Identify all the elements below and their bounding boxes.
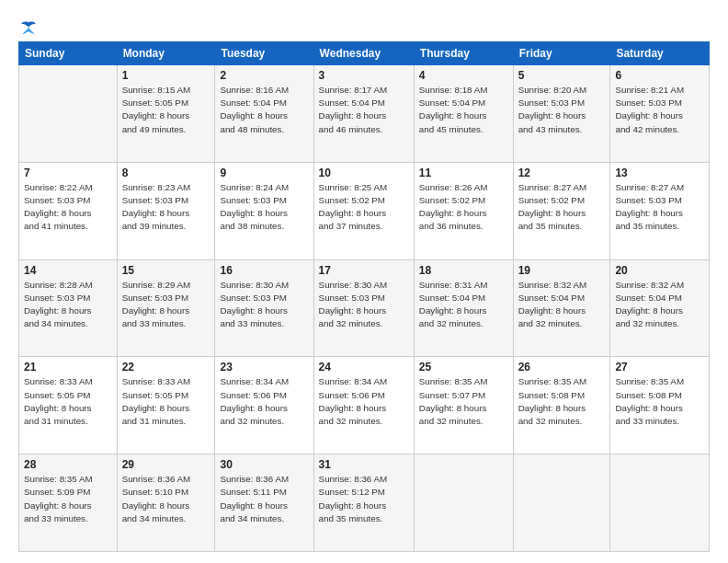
day-number: 10 (319, 167, 409, 179)
calendar-cell: 19Sunrise: 8:32 AM Sunset: 5:04 PM Dayli… (513, 259, 610, 357)
calendar-cell: 9Sunrise: 8:24 AM Sunset: 5:03 PM Daylig… (215, 162, 313, 259)
calendar-cell: 13Sunrise: 8:27 AM Sunset: 5:03 PM Dayli… (610, 162, 710, 259)
calendar-week-2: 7Sunrise: 8:22 AM Sunset: 5:03 PM Daylig… (19, 162, 710, 259)
calendar-cell: 28Sunrise: 8:35 AM Sunset: 5:09 PM Dayli… (19, 454, 118, 552)
day-number: 14 (24, 264, 112, 277)
calendar-body: 1Sunrise: 8:15 AM Sunset: 5:05 PM Daylig… (19, 65, 710, 552)
calendar-cell: 18Sunrise: 8:31 AM Sunset: 5:04 PM Dayli… (414, 259, 513, 357)
day-number: 25 (419, 361, 508, 373)
day-info: Sunrise: 8:18 AM Sunset: 5:04 PM Dayligh… (419, 84, 508, 136)
calendar-cell: 23Sunrise: 8:34 AM Sunset: 5:06 PM Dayli… (215, 357, 313, 454)
day-info: Sunrise: 8:36 AM Sunset: 5:10 PM Dayligh… (122, 473, 210, 525)
day-info: Sunrise: 8:35 AM Sunset: 5:08 PM Dayligh… (518, 375, 606, 428)
calendar-cell: 8Sunrise: 8:23 AM Sunset: 5:03 PM Daylig… (117, 162, 215, 259)
calendar-cell: 31Sunrise: 8:36 AM Sunset: 5:12 PM Dayli… (313, 454, 414, 552)
calendar-week-4: 21Sunrise: 8:33 AM Sunset: 5:05 PM Dayli… (19, 357, 710, 454)
calendar-cell: 10Sunrise: 8:25 AM Sunset: 5:02 PM Dayli… (313, 162, 414, 259)
day-number: 5 (518, 69, 606, 82)
calendar-cell: 26Sunrise: 8:35 AM Sunset: 5:08 PM Dayli… (513, 357, 610, 454)
weekday-header-monday: Monday (117, 42, 215, 65)
day-info: Sunrise: 8:23 AM Sunset: 5:03 PM Dayligh… (122, 181, 210, 234)
day-info: Sunrise: 8:15 AM Sunset: 5:05 PM Dayligh… (122, 84, 210, 136)
calendar-cell: 11Sunrise: 8:26 AM Sunset: 5:02 PM Dayli… (414, 162, 513, 259)
day-info: Sunrise: 8:34 AM Sunset: 5:06 PM Dayligh… (319, 375, 409, 428)
day-number: 9 (220, 167, 308, 179)
day-number: 31 (319, 458, 409, 471)
day-number: 4 (419, 69, 508, 82)
calendar-cell: 1Sunrise: 8:15 AM Sunset: 5:05 PM Daylig… (117, 65, 215, 163)
day-number: 30 (220, 458, 308, 471)
day-info: Sunrise: 8:21 AM Sunset: 5:03 PM Dayligh… (615, 84, 704, 136)
weekday-header-thursday: Thursday (414, 42, 513, 65)
day-info: Sunrise: 8:24 AM Sunset: 5:03 PM Dayligh… (220, 181, 308, 234)
day-number: 11 (419, 167, 508, 179)
day-info: Sunrise: 8:20 AM Sunset: 5:03 PM Dayligh… (518, 84, 606, 136)
calendar-cell: 21Sunrise: 8:33 AM Sunset: 5:05 PM Dayli… (19, 357, 118, 454)
calendar-cell (19, 65, 118, 163)
calendar-cell: 22Sunrise: 8:33 AM Sunset: 5:05 PM Dayli… (117, 357, 215, 454)
weekday-header-row: SundayMondayTuesdayWednesdayThursdayFrid… (19, 42, 710, 65)
calendar-cell (414, 454, 513, 552)
calendar-cell: 3Sunrise: 8:17 AM Sunset: 5:04 PM Daylig… (313, 65, 414, 163)
day-info: Sunrise: 8:25 AM Sunset: 5:02 PM Dayligh… (319, 181, 409, 234)
logo-bird-icon (19, 21, 38, 36)
day-number: 12 (518, 167, 606, 179)
calendar-table: SundayMondayTuesdayWednesdayThursdayFrid… (18, 41, 710, 552)
day-info: Sunrise: 8:36 AM Sunset: 5:12 PM Dayligh… (319, 473, 409, 525)
calendar-cell: 16Sunrise: 8:30 AM Sunset: 5:03 PM Dayli… (215, 259, 313, 357)
day-info: Sunrise: 8:34 AM Sunset: 5:06 PM Dayligh… (220, 375, 308, 428)
day-number: 18 (419, 264, 508, 277)
day-info: Sunrise: 8:32 AM Sunset: 5:04 PM Dayligh… (615, 279, 704, 331)
weekday-header-wednesday: Wednesday (313, 42, 414, 65)
day-info: Sunrise: 8:28 AM Sunset: 5:03 PM Dayligh… (24, 279, 112, 331)
day-info: Sunrise: 8:29 AM Sunset: 5:03 PM Dayligh… (122, 279, 210, 331)
day-number: 16 (220, 264, 308, 277)
calendar-cell: 20Sunrise: 8:32 AM Sunset: 5:04 PM Dayli… (610, 259, 710, 357)
day-number: 17 (319, 264, 409, 277)
calendar-header: SundayMondayTuesdayWednesdayThursdayFrid… (19, 42, 710, 65)
calendar-cell (513, 454, 610, 552)
calendar-cell: 7Sunrise: 8:22 AM Sunset: 5:03 PM Daylig… (19, 162, 118, 259)
day-number: 15 (122, 264, 210, 277)
day-info: Sunrise: 8:27 AM Sunset: 5:03 PM Dayligh… (615, 181, 704, 234)
day-number: 21 (24, 361, 112, 373)
day-number: 28 (24, 458, 112, 471)
day-number: 6 (615, 69, 704, 82)
weekday-header-sunday: Sunday (19, 42, 118, 65)
logo (18, 20, 38, 36)
day-number: 7 (24, 167, 112, 179)
calendar-cell: 15Sunrise: 8:29 AM Sunset: 5:03 PM Dayli… (117, 259, 215, 357)
day-info: Sunrise: 8:33 AM Sunset: 5:05 PM Dayligh… (122, 375, 210, 428)
day-info: Sunrise: 8:35 AM Sunset: 5:07 PM Dayligh… (419, 375, 508, 428)
calendar-cell: 5Sunrise: 8:20 AM Sunset: 5:03 PM Daylig… (513, 65, 610, 163)
header (18, 17, 710, 36)
calendar-cell: 27Sunrise: 8:35 AM Sunset: 5:08 PM Dayli… (610, 357, 710, 454)
day-info: Sunrise: 8:30 AM Sunset: 5:03 PM Dayligh… (319, 279, 409, 331)
calendar-cell: 25Sunrise: 8:35 AM Sunset: 5:07 PM Dayli… (414, 357, 513, 454)
calendar-week-3: 14Sunrise: 8:28 AM Sunset: 5:03 PM Dayli… (19, 259, 710, 357)
calendar-cell: 12Sunrise: 8:27 AM Sunset: 5:02 PM Dayli… (513, 162, 610, 259)
calendar-cell: 4Sunrise: 8:18 AM Sunset: 5:04 PM Daylig… (414, 65, 513, 163)
calendar-cell: 17Sunrise: 8:30 AM Sunset: 5:03 PM Dayli… (313, 259, 414, 357)
day-number: 20 (615, 264, 704, 277)
calendar-cell: 24Sunrise: 8:34 AM Sunset: 5:06 PM Dayli… (313, 357, 414, 454)
day-info: Sunrise: 8:35 AM Sunset: 5:08 PM Dayligh… (615, 375, 704, 428)
calendar-cell (610, 454, 710, 552)
calendar-week-1: 1Sunrise: 8:15 AM Sunset: 5:05 PM Daylig… (19, 65, 710, 163)
weekday-header-saturday: Saturday (610, 42, 710, 65)
day-info: Sunrise: 8:30 AM Sunset: 5:03 PM Dayligh… (220, 279, 308, 331)
day-number: 8 (122, 167, 210, 179)
day-number: 23 (220, 361, 308, 373)
day-info: Sunrise: 8:22 AM Sunset: 5:03 PM Dayligh… (24, 181, 112, 234)
day-number: 29 (122, 458, 210, 471)
day-info: Sunrise: 8:36 AM Sunset: 5:11 PM Dayligh… (220, 473, 308, 525)
day-info: Sunrise: 8:16 AM Sunset: 5:04 PM Dayligh… (220, 84, 308, 136)
day-number: 22 (122, 361, 210, 373)
day-info: Sunrise: 8:32 AM Sunset: 5:04 PM Dayligh… (518, 279, 606, 331)
calendar-cell: 30Sunrise: 8:36 AM Sunset: 5:11 PM Dayli… (215, 454, 313, 552)
day-number: 26 (518, 361, 606, 373)
calendar-cell: 29Sunrise: 8:36 AM Sunset: 5:10 PM Dayli… (117, 454, 215, 552)
calendar-cell: 6Sunrise: 8:21 AM Sunset: 5:03 PM Daylig… (610, 65, 710, 163)
day-number: 27 (615, 361, 704, 373)
calendar-week-5: 28Sunrise: 8:35 AM Sunset: 5:09 PM Dayli… (19, 454, 710, 552)
